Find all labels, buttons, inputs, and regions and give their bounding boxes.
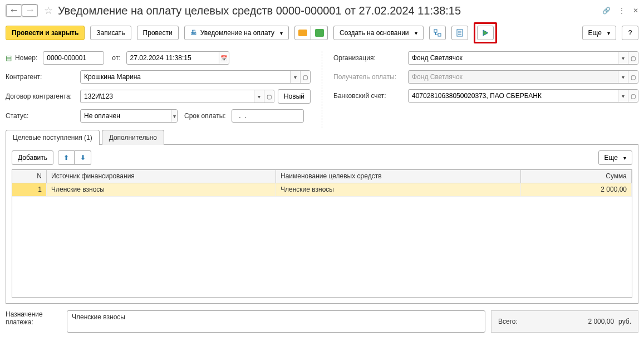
document-icon: [456, 29, 464, 37]
col-source: Источник финансирования: [47, 170, 276, 183]
chevron-down-icon: [605, 29, 610, 37]
more-label: Еще: [588, 29, 602, 37]
org-field[interactable]: ▾ ▢: [408, 51, 638, 65]
table-row[interactable]: 1 Членские взносы Членские взносы 2 000,…: [12, 183, 632, 197]
counterparty-field[interactable]: ▾ ▢: [80, 70, 311, 84]
col-sum: Сумма: [521, 170, 632, 183]
payee-label: Получатель оплаты:: [333, 73, 405, 81]
print-icon: 🖶: [190, 29, 197, 37]
page-title: Уведомление на оплату целевых средств 00…: [58, 4, 602, 17]
chevron-down-icon: [621, 154, 626, 162]
purpose-field[interactable]: Членские взносы: [67, 310, 485, 333]
dt-kt-button[interactable]: [477, 26, 494, 40]
svg-marker-6: [483, 30, 488, 36]
cell-n: 1: [12, 183, 47, 197]
number-label: Номер:: [15, 54, 37, 62]
cell-source: Членские взносы: [47, 183, 276, 197]
org-label: Организация:: [333, 54, 405, 62]
status-field[interactable]: ▾: [80, 109, 178, 123]
total-value: 2 000,00: [522, 318, 614, 325]
chevron-down-icon[interactable]: ▾: [254, 90, 264, 103]
total-box: Всего: 2 000,00 руб.: [491, 310, 638, 333]
forward-button: 🡒: [22, 4, 37, 17]
cell-sum: 2 000,00: [521, 183, 632, 197]
tab-target-incomes[interactable]: Целевые поступления (1): [6, 130, 100, 145]
from-label: от:: [112, 54, 120, 62]
pass-icon: ▤: [6, 54, 12, 62]
open-icon[interactable]: ▢: [628, 90, 638, 102]
due-date-field[interactable]: 📅 ×: [232, 109, 304, 123]
contract-label: Договор контрагента:: [6, 92, 77, 100]
total-currency: руб.: [618, 318, 631, 325]
chevron-down-icon: [412, 29, 417, 37]
chevron-down-icon[interactable]: ▾: [618, 90, 628, 102]
new-contract-button[interactable]: Новый: [278, 89, 311, 104]
back-button[interactable]: 🡐: [6, 4, 22, 17]
chevron-down-icon[interactable]: ▾: [171, 110, 177, 122]
tab-additional[interactable]: Дополнительно: [102, 130, 164, 145]
due-label: Срок оплаты:: [184, 112, 226, 120]
grid-header: N Источник финансирования Наименование ц…: [12, 170, 632, 183]
cell-name: Членские взносы: [276, 183, 521, 197]
structure-button[interactable]: [429, 26, 446, 40]
close-icon[interactable]: ✕: [633, 7, 638, 14]
chevron-down-icon[interactable]: ▾: [290, 71, 300, 83]
open-icon[interactable]: ▢: [300, 71, 310, 83]
post-and-close-button[interactable]: Провести и закрыть: [6, 26, 85, 40]
items-grid[interactable]: N Источник финансирования Наименование ц…: [12, 169, 632, 298]
send-email-button[interactable]: [294, 26, 311, 40]
purpose-label: Назначение платежа:: [6, 310, 61, 326]
create-based-on-button[interactable]: Создать на основании: [333, 26, 424, 40]
help-button[interactable]: ?: [622, 26, 638, 40]
open-icon[interactable]: ▢: [628, 71, 638, 83]
more-button[interactable]: Еще: [582, 26, 616, 40]
open-icon[interactable]: ▢: [628, 52, 638, 64]
open-icon[interactable]: ▢: [264, 90, 274, 103]
grid-more-button[interactable]: Еще: [598, 150, 632, 165]
bank-field[interactable]: ▾ ▢: [408, 89, 638, 103]
report-button[interactable]: [451, 26, 468, 40]
calendar-icon[interactable]: 📅: [219, 52, 229, 64]
contract-field[interactable]: ▾ ▢: [80, 90, 274, 103]
print-notice-label: Уведомление на оплату: [200, 29, 274, 37]
create-based-label: Создать на основании: [340, 29, 409, 37]
chevron-down-icon: ▾: [618, 71, 628, 83]
play-icon: [481, 29, 489, 37]
total-label: Всего:: [498, 318, 518, 325]
chevron-down-icon: [278, 29, 283, 37]
hierarchy-icon: [434, 29, 441, 37]
move-down-button[interactable]: ⬇: [75, 150, 91, 165]
mail-icon: [298, 30, 307, 36]
svg-rect-1: [438, 33, 441, 36]
payee-field: ▾ ▢: [408, 70, 638, 84]
highlighted-action: [474, 22, 497, 43]
col-n: N: [12, 170, 47, 183]
svg-rect-0: [434, 30, 437, 32]
bank-label: Банковский счет:: [333, 92, 405, 100]
favorite-star-icon[interactable]: ☆: [42, 4, 55, 17]
nav-history[interactable]: 🡐 🡒: [6, 4, 38, 17]
chat-icon: [315, 29, 324, 37]
kebab-icon[interactable]: ⋮: [618, 7, 625, 14]
date-field[interactable]: 📅: [126, 51, 229, 65]
print-notice-button[interactable]: 🖶 Уведомление на оплату: [184, 26, 289, 40]
grid-more-label: Еще: [604, 154, 618, 162]
move-up-button[interactable]: ⬆: [58, 150, 75, 165]
send-chat-button[interactable]: [311, 26, 328, 40]
col-name: Наименование целевых средств: [276, 170, 521, 183]
link-icon[interactable]: 🔗: [602, 7, 611, 14]
post-button[interactable]: Провести: [137, 26, 179, 40]
number-field[interactable]: [43, 51, 104, 65]
status-label: Статус:: [6, 112, 77, 120]
add-row-button[interactable]: Добавить: [12, 150, 53, 165]
counterparty-label: Контрагент:: [6, 73, 77, 81]
save-button[interactable]: Записать: [90, 26, 131, 40]
chevron-down-icon[interactable]: ▾: [618, 52, 628, 64]
